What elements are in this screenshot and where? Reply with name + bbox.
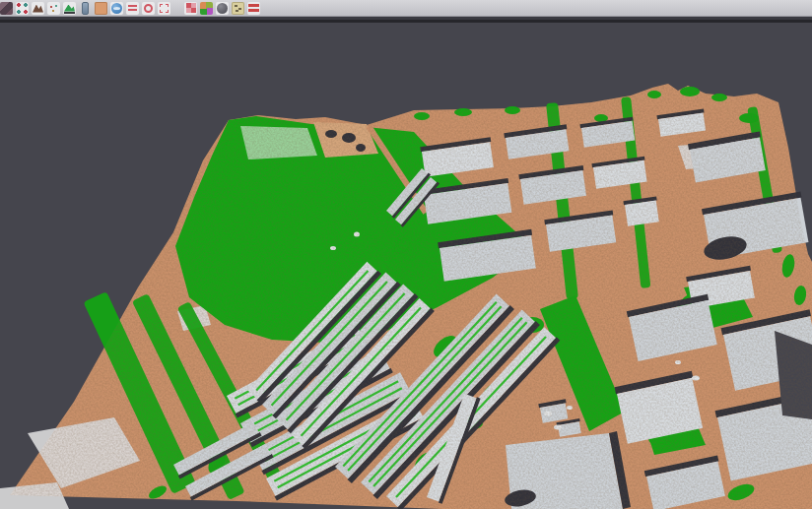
- main-toolbar: [0, 0, 812, 17]
- application-window: { "window": { "background": "#2c2c31" },…: [0, 0, 812, 509]
- classification-icon[interactable]: [200, 2, 213, 15]
- web-export-icon[interactable]: [110, 2, 123, 15]
- sparse-cloud-icon[interactable]: [47, 2, 60, 15]
- profile-icon[interactable]: [79, 2, 92, 15]
- circle-select-icon[interactable]: [142, 2, 155, 15]
- extent-select-icon[interactable]: [158, 2, 170, 15]
- layer-list-icon[interactable]: [126, 2, 139, 15]
- point-cloud-icon[interactable]: [0, 2, 13, 15]
- scene-canvas[interactable]: [0, 23, 812, 509]
- terrain-model-icon[interactable]: [63, 2, 76, 15]
- dem-icon[interactable]: [32, 2, 44, 15]
- viewport-3d[interactable]: [0, 23, 812, 509]
- cloud-align-icon[interactable]: [16, 2, 29, 15]
- sphere-view-icon[interactable]: [216, 2, 229, 15]
- tile-grid-icon[interactable]: [184, 2, 197, 15]
- legend-icon[interactable]: [247, 2, 260, 15]
- terrain-mesh: [0, 84, 812, 509]
- texture-icon[interactable]: [232, 2, 244, 15]
- toolbar-group-separator: [173, 8, 181, 9]
- orthophoto-icon[interactable]: [95, 2, 107, 15]
